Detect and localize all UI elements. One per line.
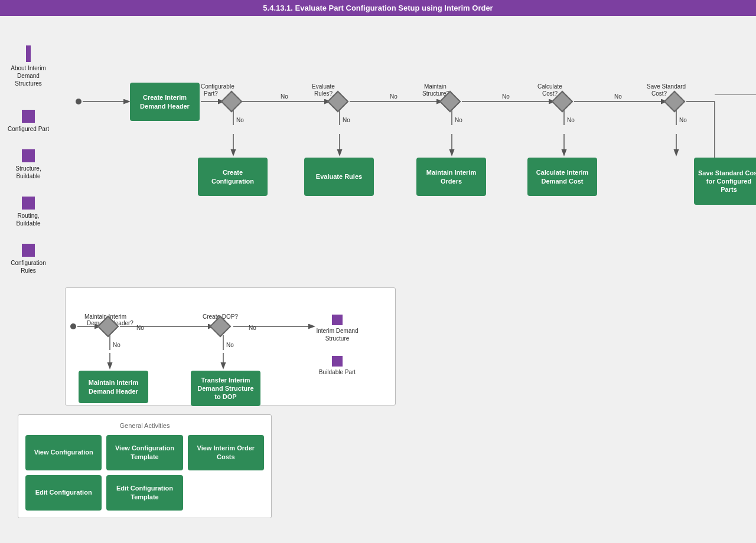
save-standard-cost[interactable]: Save Standard Cost for Configured Parts (694, 158, 756, 205)
svg-text:No: No (679, 117, 687, 123)
svg-text:Calculate: Calculate (537, 83, 562, 90)
edit-configuration-btn[interactable]: Edit Configuration (25, 475, 102, 511)
svg-text:No: No (455, 117, 462, 123)
evaluate-rules[interactable]: Evaluate Rules (304, 158, 374, 196)
sidebar-structure-label: Structure, Buildable (5, 165, 52, 180)
general-activities-container: General Activities View Configuration Vi… (18, 414, 272, 518)
top-flow-arrows: No No No No No No No (65, 42, 747, 296)
diamond-save-standard-cost (667, 94, 682, 109)
sidebar-item-config-rules[interactable]: Configuration Rules (5, 244, 52, 274)
diamond-calculate-cost (555, 94, 570, 109)
routing-icon (22, 197, 35, 210)
sidebar-configured-label: Configured Part (8, 125, 49, 133)
page-title: 5.4.13.1. Evaluate Part Configuration Se… (0, 0, 756, 16)
svg-text:No: No (390, 93, 397, 100)
buildable-part-icon (332, 356, 343, 367)
buildable-part-label: Buildable Part (314, 368, 361, 376)
svg-text:No: No (614, 93, 622, 100)
svg-text:No: No (236, 117, 244, 123)
svg-text:Cost?: Cost? (651, 90, 667, 97)
sidebar-item-configured-part[interactable]: Configured Part (5, 110, 52, 133)
edit-configuration-template-btn[interactable]: Edit Configuration Template (106, 475, 183, 511)
config-rules-icon (22, 244, 35, 257)
about-icon (26, 45, 31, 62)
create-interim-demand-header[interactable]: Create Interim Demand Header (130, 83, 200, 121)
diamond-create-dop (213, 319, 228, 334)
diamond-maintain-structure (442, 94, 458, 109)
general-activities-title: General Activities (25, 422, 264, 429)
lower-flow-container: No No Maintain Interim Demand Header? Cr… (65, 287, 396, 405)
svg-text:No: No (567, 117, 575, 123)
start-node (76, 99, 82, 104)
interim-demand-label: Interim Demand Structure (314, 327, 361, 342)
interim-demand-icon (332, 315, 343, 325)
svg-text:No: No (502, 93, 510, 100)
sidebar-item-routing[interactable]: Routing, Buildable (5, 197, 52, 227)
sidebar: About Interim Demand Structures Configur… (5, 45, 52, 274)
svg-text:No: No (113, 342, 120, 348)
svg-text:Configurable: Configurable (201, 83, 234, 90)
view-configuration-template-btn[interactable]: View Configuration Template (106, 435, 183, 470)
transfer-interim-demand-dop[interactable]: Transfer Interim Demand Structure to DOP (191, 371, 260, 406)
buildable-part-output: Buildable Part (314, 356, 361, 376)
sidebar-item-structure[interactable]: Structure, Buildable (5, 149, 52, 180)
svg-text:No: No (226, 342, 234, 348)
no-label-2: No (249, 325, 256, 331)
calculate-interim-demand-cost[interactable]: Calculate Interim Demand Cost (527, 158, 597, 196)
maintain-interim-orders[interactable]: Maintain Interim Orders (416, 158, 486, 196)
svg-text:Evaluate: Evaluate (312, 83, 335, 90)
svg-text:Part?: Part? (204, 90, 218, 97)
diamond-configurable-part (224, 94, 239, 109)
no-label-1: No (136, 325, 144, 331)
svg-text:Save Standard: Save Standard (647, 83, 686, 90)
diamond-maintain-header (100, 319, 116, 334)
view-interim-order-costs-btn[interactable]: View Interim Order Costs (188, 435, 264, 470)
sidebar-routing-label: Routing, Buildable (5, 212, 52, 227)
svg-text:No: No (343, 117, 350, 123)
top-right-border (715, 94, 756, 95)
configured-part-icon (22, 110, 35, 123)
sidebar-about-label: About Interim Demand Structures (5, 64, 52, 87)
svg-text:No: No (281, 93, 288, 100)
interim-demand-structure-output: Interim Demand Structure (314, 315, 361, 342)
structure-icon (22, 149, 35, 162)
view-configuration-btn[interactable]: View Configuration (25, 435, 102, 470)
svg-text:Maintain: Maintain (424, 83, 447, 90)
lower-start-node (70, 323, 76, 329)
maintain-interim-demand-header[interactable]: Maintain Interim Demand Header (79, 371, 148, 403)
sidebar-config-rules-label: Configuration Rules (5, 259, 52, 274)
sidebar-item-about[interactable]: About Interim Demand Structures (5, 45, 52, 87)
diamond-evaluate-rules (330, 94, 346, 109)
create-configuration[interactable]: Create Configuration (198, 158, 268, 196)
